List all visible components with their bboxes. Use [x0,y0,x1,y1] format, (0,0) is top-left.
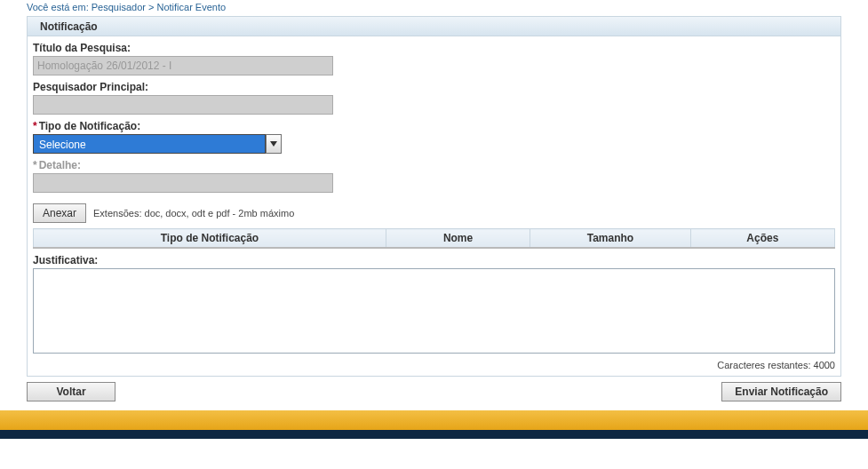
tipo-notificacao-label: *Tipo de Notificação: [33,120,835,132]
chevron-down-icon [270,141,277,147]
tipo-notificacao-select[interactable]: Selecione [33,134,282,154]
detalhe-input [33,173,333,193]
footer-dark [0,430,868,439]
footer-stripe [0,410,868,430]
pesquisador-principal-label: Pesquisador Principal: [33,81,835,93]
panel-title: Notificação [28,17,840,36]
breadcrumb-part-notificar: Notificar Evento [156,2,226,12]
breadcrumb-prefix: Você está em: [27,2,92,12]
detalhe-label: *Detalhe: [33,159,835,171]
required-mark-grey: * [33,159,37,171]
col-tamanho: Tamanho [530,229,690,249]
voltar-button[interactable]: Voltar [27,382,115,401]
col-acoes: Ações [690,229,834,249]
enviar-notificacao-button[interactable]: Enviar Notificação [721,382,841,401]
breadcrumb-sep: > [146,2,157,12]
anexar-hint: Extensões: doc, docx, odt e pdf - 2mb má… [93,208,294,219]
pesquisador-principal-input [33,95,333,115]
caracteres-restantes: Caracteres restantes: 4000 [28,358,840,376]
breadcrumb: Você está em: Pesquisador > Notificar Ev… [0,0,868,16]
notificacao-panel: Notificação Título da Pesquisa: Pesquisa… [27,16,841,377]
required-mark: * [33,120,37,132]
breadcrumb-part-pesquisador[interactable]: Pesquisador [92,2,146,12]
anexar-button[interactable]: Anexar [33,203,86,223]
svg-marker-0 [270,141,277,147]
tipo-notificacao-selected[interactable]: Selecione [33,134,266,154]
tipo-notificacao-dropdown-button[interactable] [266,134,282,154]
justificativa-textarea[interactable] [33,268,835,354]
col-tipo-notificacao: Tipo de Notificação [34,229,386,249]
anexos-table: Tipo de Notificação Nome Tamanho Ações [33,228,835,249]
col-nome: Nome [386,229,530,249]
titulo-pesquisa-label: Título da Pesquisa: [33,42,835,54]
justificativa-label: Justificativa: [33,254,835,266]
titulo-pesquisa-input [33,56,333,76]
